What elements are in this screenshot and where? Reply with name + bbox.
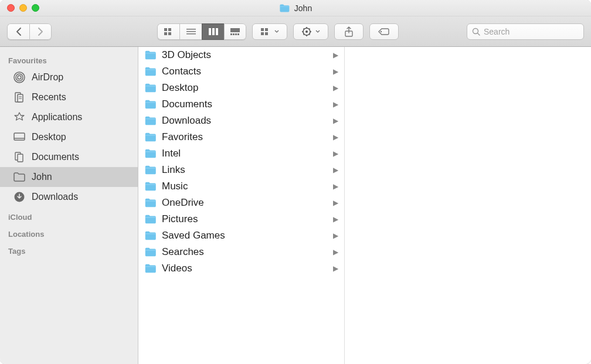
item-name: Music (162, 181, 188, 192)
search-input[interactable] (484, 27, 586, 36)
airdrop-icon (13, 71, 26, 84)
back-button[interactable] (7, 23, 29, 40)
chevron-right-icon: ▶ (333, 133, 338, 141)
documents-icon (13, 151, 26, 164)
sidebar-item-desktop[interactable]: Desktop (0, 127, 138, 147)
item-name: 3D Objects (162, 49, 211, 61)
list-item[interactable]: Downloads▶ (138, 113, 344, 129)
svg-rect-7 (209, 28, 211, 35)
chevron-right-icon: ▶ (333, 100, 338, 108)
svg-line-27 (304, 34, 305, 35)
item-name: Videos (162, 263, 192, 274)
window-controls (7, 4, 39, 12)
column-1[interactable] (345, 47, 591, 364)
search-icon (472, 28, 480, 36)
svg-rect-0 (164, 28, 167, 31)
folder-icon (144, 50, 157, 60)
chevron-right-icon: ▶ (333, 264, 338, 273)
chevron-right-icon: ▶ (333, 149, 338, 158)
sidebar-item-label: Recents (32, 92, 66, 103)
window-title: John (294, 4, 312, 13)
sidebar-item-downloads[interactable]: Downloads (0, 187, 138, 207)
downloads-icon (13, 190, 26, 203)
close-button[interactable] (7, 4, 15, 12)
forward-button[interactable] (29, 23, 52, 40)
titlebar: John (0, 0, 591, 16)
svg-rect-3 (168, 32, 171, 35)
list-item[interactable]: Documents▶ (138, 96, 344, 113)
action-button[interactable] (293, 23, 328, 40)
column-view-button[interactable] (202, 23, 224, 40)
list-view-button[interactable] (179, 23, 202, 40)
chevron-right-icon: ▶ (333, 232, 338, 240)
item-name: Desktop (162, 82, 198, 94)
svg-rect-5 (186, 31, 196, 32)
svg-rect-17 (261, 32, 264, 35)
gallery-view-button[interactable] (224, 23, 246, 40)
search-box[interactable] (467, 23, 584, 40)
list-item[interactable]: Searches▶ (138, 244, 344, 260)
sidebar-item-recents[interactable]: Recents (0, 87, 138, 107)
item-name: Searches (162, 246, 204, 258)
folder-icon (144, 165, 157, 175)
sidebar-section-header: Locations (0, 224, 138, 241)
folder-icon (144, 115, 157, 126)
sidebar-item-john[interactable]: John (0, 167, 138, 187)
sidebar-item-label: AirDrop (32, 72, 63, 83)
chevron-right-icon: ▶ (333, 199, 338, 207)
list-item[interactable]: Desktop▶ (138, 80, 344, 96)
minimize-button[interactable] (19, 4, 27, 12)
maximize-button[interactable] (32, 4, 39, 12)
sidebar-item-applications[interactable]: Applications (0, 107, 138, 127)
chevron-right-icon: ▶ (333, 215, 338, 223)
sidebar-section-header: Favourites (0, 50, 138, 67)
sidebar-item-label: Desktop (32, 132, 66, 142)
item-name: Documents (162, 98, 212, 110)
svg-line-28 (309, 28, 310, 29)
list-item[interactable]: Music▶ (138, 178, 344, 195)
item-name: Favorites (162, 131, 203, 143)
svg-rect-18 (265, 32, 268, 35)
list-item[interactable]: OneDrive▶ (138, 195, 344, 211)
folder-icon (144, 230, 157, 241)
share-button[interactable] (334, 23, 364, 40)
list-item[interactable]: Pictures▶ (138, 211, 344, 227)
svg-rect-12 (233, 33, 235, 35)
svg-line-32 (478, 33, 480, 35)
svg-rect-9 (216, 28, 218, 35)
folder-icon (144, 263, 157, 274)
list-item[interactable]: 3D Objects▶ (138, 47, 344, 63)
icon-view-button[interactable] (157, 23, 179, 40)
folder-icon (279, 4, 291, 13)
sidebar-item-label: Downloads (32, 192, 78, 202)
svg-rect-11 (230, 33, 232, 35)
list-item[interactable]: Contacts▶ (138, 63, 344, 80)
folder-icon (144, 181, 157, 192)
sidebar-item-documents[interactable]: Documents (0, 147, 138, 167)
item-name: Downloads (162, 115, 211, 127)
item-name: Links (162, 164, 185, 176)
folder-icon (144, 66, 157, 77)
list-item[interactable]: Favorites▶ (138, 129, 344, 145)
list-item[interactable]: Links▶ (138, 162, 344, 178)
folder-icon (144, 198, 157, 208)
folder-icon (144, 132, 157, 142)
folder-icon (144, 148, 157, 159)
list-item[interactable]: Saved Games▶ (138, 227, 344, 244)
svg-rect-2 (164, 32, 167, 35)
svg-rect-43 (18, 154, 23, 162)
arrange-button[interactable] (252, 23, 287, 40)
folder-icon (144, 99, 157, 110)
recents-icon (13, 91, 26, 104)
item-name: Saved Games (162, 230, 225, 241)
tags-button[interactable] (369, 23, 399, 40)
svg-rect-16 (265, 28, 268, 31)
svg-line-26 (309, 34, 310, 35)
list-item[interactable]: Intel▶ (138, 145, 344, 162)
column-0[interactable]: 3D Objects▶Contacts▶Desktop▶Documents▶Do… (138, 47, 345, 364)
sidebar-item-airdrop[interactable]: AirDrop (0, 67, 138, 87)
list-item[interactable]: Videos▶ (138, 260, 344, 277)
svg-rect-1 (168, 28, 171, 31)
chevron-right-icon: ▶ (333, 248, 338, 256)
chevron-right-icon: ▶ (333, 117, 338, 125)
